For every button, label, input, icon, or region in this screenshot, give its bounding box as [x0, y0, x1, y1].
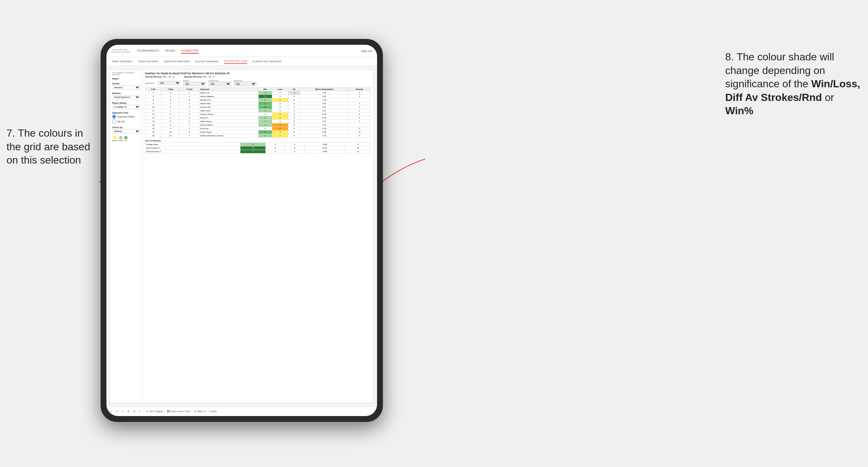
subnav-team-summary[interactable]: TEAM SUMMARY [112, 59, 133, 64]
subnav-team-h2h-grid[interactable]: TEAM H2H GRID [138, 59, 158, 64]
filter-conference: Conference (All) [208, 80, 231, 86]
radio-top100[interactable]: Top 100 [112, 119, 140, 124]
sign-out[interactable]: Sign out [361, 49, 372, 53]
main-panel: Last Updated: 27/03/2024 16:55:38 Player… [110, 69, 374, 403]
overall-record: Overall Record: 353 - 34 - 6 [145, 75, 174, 78]
col-opponent: Opponent [199, 88, 259, 91]
nav-committee[interactable]: COMMITTEE [181, 49, 198, 54]
division-section: Division NCAA Division III [112, 92, 140, 99]
colour-by-section: Colour by Win/loss [112, 126, 140, 133]
table-row: 20117 Federica Domecq Lacroze 2 1 0 1.33… [145, 134, 371, 137]
divider2 [165, 409, 165, 414]
filter-opponent: Opponent (All) [234, 80, 256, 86]
opponent-view-radios: Opponents Played Top 100 [112, 115, 140, 124]
col-win: Win [258, 88, 272, 91]
player-section: Player [112, 77, 140, 80]
copy-btn[interactable]: ⊞ [127, 410, 130, 413]
logo: SCOREBOARD Powered by clippd [112, 49, 130, 53]
records-row: Overall Record: 353 - 34 - 6 Division Re… [145, 75, 371, 78]
bottom-toolbar: ↩ ↺ ↪ ⊞ ⧉ ↻ 👁 View: Original 💾 Save Cust… [106, 406, 377, 416]
main-content: Last Updated: 27/03/2024 16:55:38 Player… [106, 66, 377, 406]
radio-opponents-played[interactable]: Opponents Played [112, 115, 140, 119]
sidebar: Last Updated: 27/03/2024 16:55:38 Player… [110, 70, 143, 403]
view-original-btn[interactable]: 👁 View: Original [146, 410, 163, 412]
refresh-btn[interactable]: ↻ [138, 410, 142, 413]
nav-teams[interactable]: TEAMS [165, 49, 175, 54]
forward-btn[interactable]: ↪ [121, 410, 125, 413]
table-row: 1474 Eunice Yi 2 2 0 0.38 9 [145, 116, 371, 120]
share-btn[interactable]: ↗ Share [208, 410, 217, 413]
gender-select[interactable]: Women's [112, 85, 140, 90]
opponents-label: Opponents: [145, 82, 155, 84]
legend-down: Down [112, 136, 117, 142]
col-rounds: Rounds [348, 88, 371, 91]
save-custom-btn[interactable]: 💾 Save Custom View [167, 410, 190, 413]
conference-select[interactable]: (All) [208, 82, 231, 86]
filter-all: (All) [158, 81, 180, 85]
out-of-division-header: Out of division [145, 139, 371, 142]
divider1 [144, 409, 144, 414]
table-row: NAIA Division 1 15 0 0 9.267 30 [145, 146, 371, 150]
subnav-player-h2h-heatmap[interactable]: PLAYER H2H HEATMAP [252, 59, 282, 64]
table-row: 633 Sydney Kuo 1 1 0 -1.00 [145, 98, 371, 102]
division-select[interactable]: NCAA Division III [112, 95, 140, 99]
up-dot [124, 136, 127, 139]
table-row: Foreign Team 1 0 0 4.500 2 [145, 143, 371, 146]
table-row: 914 Sharon Mun 2 0 0 3.67 3 [145, 102, 371, 105]
legend-up: Up [124, 136, 127, 142]
col-tie: Tie [288, 88, 300, 91]
col-loss: Loss [272, 88, 288, 91]
col-div: # Div [145, 88, 162, 91]
paste-btn[interactable]: ⧉ [132, 410, 136, 413]
opponent-view-section: Opponent view Opponents Played Top 100 [112, 112, 140, 124]
nav-items: TOURNAMENTS TEAMS COMMITTEE [136, 49, 361, 54]
table-row: 1111 Heejo Hyun 1 0 0 3.33 3 [145, 109, 371, 113]
filters-row: Opponents: (All) Region (All) [145, 80, 371, 86]
col-reg: # Reg [162, 88, 180, 91]
out-of-division-table: Foreign Team 1 0 0 4.500 2 NAIA Division… [145, 143, 371, 154]
opponent-select[interactable]: (All) [234, 82, 256, 86]
table-row: NCAA Division 2 5 0 0 7.400 10 [145, 150, 371, 154]
table-row: 522 Alexis Sudjianto 1 0 0 4.00 3 [145, 95, 371, 98]
down-dot [113, 136, 116, 139]
subnav-player-summary[interactable]: PLAYER SUMMARY [195, 59, 219, 64]
level-dot [119, 136, 122, 139]
gender-section: Gender Women's [112, 83, 140, 90]
right-content: Katelyn Vo Head-to-Head Grid for Women's… [143, 70, 373, 403]
divider3 [192, 409, 192, 414]
tablet-screen: SCOREBOARD Powered by clippd TOURNAMENTS… [106, 45, 377, 416]
table-row: 19106 Emily Chang 4 1 0 0.30 11 [145, 130, 371, 134]
table-row: 311 Esther Lee 1 0 1 1.50 4 [145, 91, 371, 95]
subnav-player-h2h-grid[interactable]: PLAYER H2H GRID [224, 59, 247, 64]
right-annotation: 8. The colour shade will change dependin… [725, 50, 862, 118]
left-annotation: 7. The colours in the grid are based on … [6, 127, 97, 167]
opponents-select[interactable]: (All) [158, 81, 180, 85]
player-rank-select[interactable]: 8. Katelyn Vo [112, 105, 140, 109]
colour-by-select[interactable]: Win/loss [112, 129, 140, 133]
timestamp: Last Updated: 27/03/2024 16:55:38 [112, 72, 140, 75]
page-title: Katelyn Vo Head-to-Head Grid for Women's… [145, 72, 371, 75]
division-record: Division Record: 331 - 34 - 6 [184, 75, 214, 78]
col-diff: Diff Av Strokes/Rnd [300, 88, 348, 91]
colour-legend: Down Level Up [112, 136, 140, 142]
filter-region: Region (All) [183, 80, 206, 86]
table-row: 1832 Euna Lee 0 2 0 -5.00 2 [145, 127, 371, 130]
nav-tournaments[interactable]: TOURNAMENTS [136, 49, 159, 54]
nav-bar: SCOREBOARD Powered by clippd TOURNAMENTS… [106, 45, 377, 57]
watch-btn[interactable]: 👁 Watch ▼ [194, 410, 206, 412]
table-row: 1063 Andrea York 2 0 0 4.00 4 [145, 105, 371, 109]
region-select[interactable]: (All) [183, 82, 206, 86]
legend-level: Level [118, 136, 123, 142]
table-row: 1621 Jessica Mason 1 2 0 -0.94 [145, 123, 371, 127]
subnav-team-h2h-heatmap[interactable]: TEAM H2H HEATMAP [163, 59, 190, 64]
redo-btn[interactable]: ↺ [115, 410, 119, 413]
h2h-grid-table: # Div # Reg # Conf Opponent Win Loss Tie… [145, 87, 371, 137]
col-conf: # Conf [180, 88, 199, 91]
sub-nav: TEAM SUMMARY TEAM H2H GRID TEAM H2H HEAT… [106, 57, 377, 66]
table-row: 1341 Jessica Huang 0 1 0 -3.00 2 [145, 113, 371, 116]
table-row: 1585 Stella Cheng 1 0 0 1.25 4 [145, 120, 371, 123]
player-rank-section: Player (Rank) 8. Katelyn Vo [112, 102, 140, 109]
tablet-device: SCOREBOARD Powered by clippd TOURNAMENTS… [101, 39, 383, 422]
undo-btn[interactable]: ↩ [109, 410, 113, 413]
